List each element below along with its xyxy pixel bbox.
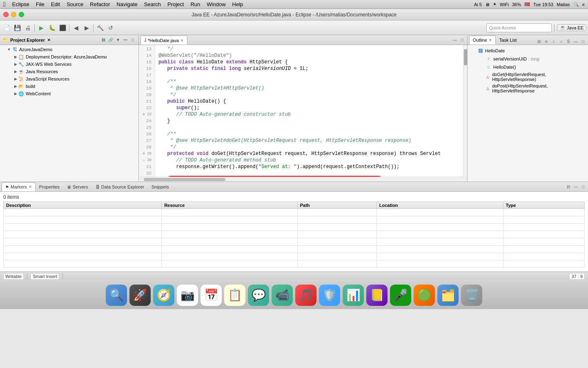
debug-button[interactable]: 🐛 <box>47 23 57 33</box>
outline-sort-icon[interactable]: ↕ <box>550 38 557 45</box>
menu-window[interactable]: Window <box>207 1 225 7</box>
dock-messages[interactable]: 💬 <box>248 285 269 306</box>
outline-item-hellodate[interactable]: 🅲 HelloDate <box>468 47 588 55</box>
outline-minimize-icon[interactable]: — <box>572 38 579 45</box>
bottom-panel-icon1[interactable]: ⊟ <box>565 183 572 190</box>
bottom-tab-markers[interactable]: ⚑ Markers ✕ <box>2 182 36 191</box>
tree-item-jaxws[interactable]: ▶ 🔧 JAX-WS Web Services <box>0 61 138 68</box>
apple-menu[interactable]:  <box>3 1 6 8</box>
dock-deezer[interactable]: 🟢 <box>414 285 435 306</box>
markers-tab-close[interactable]: ✕ <box>29 185 32 189</box>
dock-numbers[interactable]: 📊 <box>343 285 364 306</box>
forward-button[interactable]: ▶ <box>82 23 91 33</box>
new-button[interactable]: 📄 <box>2 23 11 33</box>
bottom-tab-servers[interactable]: 🖥 Servers <box>63 182 92 191</box>
menu-edit[interactable]: Edit <box>51 1 60 7</box>
maximize-panel-icon[interactable]: □ <box>129 37 136 43</box>
tree-item-deployment[interactable]: ▶ 📋 Deployment Descriptor: AzureJavaDemo <box>0 53 138 61</box>
save-button[interactable]: 💾 <box>12 23 22 33</box>
dock-finder[interactable]: 🔍 <box>106 285 127 306</box>
col-location[interactable]: Location <box>376 202 503 209</box>
editor-tab-hellodate[interactable]: J *HelloDate.java ✕ <box>140 36 187 45</box>
col-resource[interactable]: Resource <box>162 202 298 209</box>
dock-launchpad[interactable]: 🚀 <box>129 285 151 306</box>
dock-safari[interactable]: 🧭 <box>153 285 174 306</box>
close-button[interactable] <box>3 12 9 17</box>
horizontal-scrollbar[interactable] <box>139 177 467 182</box>
menu-source[interactable]: Source <box>67 1 83 7</box>
tree-arrow[interactable]: ▶ <box>13 84 18 88</box>
dock-music[interactable]: 🎵 <box>295 285 316 306</box>
tree-item-webcontent[interactable]: ▶ 🌐 WebContent <box>0 90 138 97</box>
tree-arrow[interactable]: ▶ <box>13 70 18 74</box>
tree-item-azure-demo[interactable]: ▼ 🏗 AzureJavaDemo <box>0 46 138 53</box>
minimize-button[interactable] <box>11 12 16 17</box>
collapse-all-icon[interactable]: ⊟ <box>100 37 107 43</box>
editor-minimize-icon[interactable]: — <box>452 36 458 43</box>
menu-help[interactable]: Help <box>232 1 243 7</box>
tree-item-build[interactable]: ▶ 📂 build <box>0 83 138 90</box>
build-button[interactable]: 🔨 <box>95 23 105 33</box>
scroll-thumb[interactable] <box>464 49 467 65</box>
view-menu-icon[interactable]: ▼ <box>115 37 121 43</box>
tree-item-java-resources[interactable]: ▶ ☕ Java Resources <box>0 68 138 75</box>
outline-item-constructor[interactable]: C HelloDate() <box>468 63 588 71</box>
outline-tab-close[interactable]: ✕ <box>489 38 492 42</box>
bottom-panel-icon3[interactable]: □ <box>580 183 586 190</box>
menu-file[interactable]: File <box>36 1 45 7</box>
outline-hide-nonpub-icon[interactable]: ○ <box>558 38 564 45</box>
code-area[interactable]: 13 14 15 16 17 18 19 20 21 22 ⊖ 23 24 25… <box>139 45 467 177</box>
dock-appstore[interactable]: 🛡️ <box>319 285 340 306</box>
tab-close-icon[interactable]: ✕ <box>180 38 184 43</box>
tab-outline[interactable]: Outline ✕ <box>469 36 496 45</box>
menu-run[interactable]: Run <box>190 1 200 7</box>
outline-hide-fields-icon[interactable]: ≡ <box>543 38 550 45</box>
code-content[interactable]: */ @WebServlet("/HelloDate") public clas… <box>155 45 463 177</box>
minimize-panel-icon[interactable]: — <box>122 37 129 43</box>
outline-item-serialversionuid[interactable]: F serialVersionUID : long <box>468 55 588 63</box>
dock-trash[interactable]: 🗑️ <box>461 285 482 306</box>
editor-maximize-icon[interactable]: □ <box>459 36 466 43</box>
menu-search[interactable]: Search <box>144 1 161 7</box>
h-scroll-thumb[interactable] <box>144 178 225 181</box>
outline-maximize-icon[interactable]: □ <box>580 38 586 45</box>
bottom-tab-properties[interactable]: Properties <box>36 182 63 191</box>
dock-calendar[interactable]: 📅 <box>200 285 222 306</box>
java-ee-badge[interactable]: ☕ Java EE <box>557 24 586 31</box>
outline-collapse-icon[interactable]: ⊟ <box>536 38 542 45</box>
quick-access-input[interactable]: Quick Access <box>486 23 552 32</box>
col-path[interactable]: Path <box>297 202 376 209</box>
dock-onenote[interactable]: 📒 <box>366 285 388 306</box>
tree-arrow[interactable]: ▶ <box>13 92 18 96</box>
menu-project[interactable]: Project <box>167 1 184 7</box>
tree-arrow[interactable]: ▼ <box>7 47 11 52</box>
bottom-tab-datasource[interactable]: 🗄 Data Source Explorer <box>92 182 148 191</box>
outline-item-dopost[interactable]: △ doPost(HttpServletRequest, HttpServlet… <box>468 83 588 94</box>
dock-finder2[interactable]: 🗂️ <box>437 285 459 306</box>
scroll-indicator[interactable] <box>463 45 467 177</box>
dock-photos[interactable]: 📷 <box>177 285 198 306</box>
outline-hide-static-icon[interactable]: S <box>565 38 572 45</box>
tree-arrow[interactable]: ▶ <box>13 77 18 81</box>
stop-button[interactable]: ⬛ <box>58 23 67 33</box>
maximize-button[interactable] <box>19 12 24 17</box>
dock-facetime[interactable]: 📹 <box>272 285 293 306</box>
tree-arrow[interactable]: ▶ <box>13 55 18 59</box>
link-with-editor-icon[interactable]: 🔗 <box>107 37 114 43</box>
col-type[interactable]: Type <box>503 202 584 209</box>
menu-refactor[interactable]: Refactor <box>90 1 110 7</box>
menu-navigate[interactable]: Navigate <box>116 1 137 7</box>
menu-eclipse[interactable]: Eclipse <box>12 1 29 7</box>
back-button[interactable]: ◀ <box>71 23 81 33</box>
tree-item-js-resources[interactable]: ▶ 📜 JavaScript Resources <box>0 75 138 83</box>
dock-spotify[interactable]: 🎤 <box>390 285 411 306</box>
list-icon[interactable]: ≡ <box>582 2 585 7</box>
tab-task-list[interactable]: Task List <box>496 36 521 45</box>
dock-notes[interactable]: 📋 <box>224 285 245 306</box>
tree-arrow[interactable]: ▶ <box>13 62 18 66</box>
outline-item-doget[interactable]: △ doGet(HttpServletRequest, HttpServletR… <box>468 71 588 83</box>
search-icon[interactable]: 🔍 <box>573 2 579 7</box>
bottom-panel-icon2[interactable]: — <box>572 183 579 190</box>
col-description[interactable]: Description <box>4 202 162 209</box>
print-button[interactable]: 🖨 <box>23 23 33 33</box>
